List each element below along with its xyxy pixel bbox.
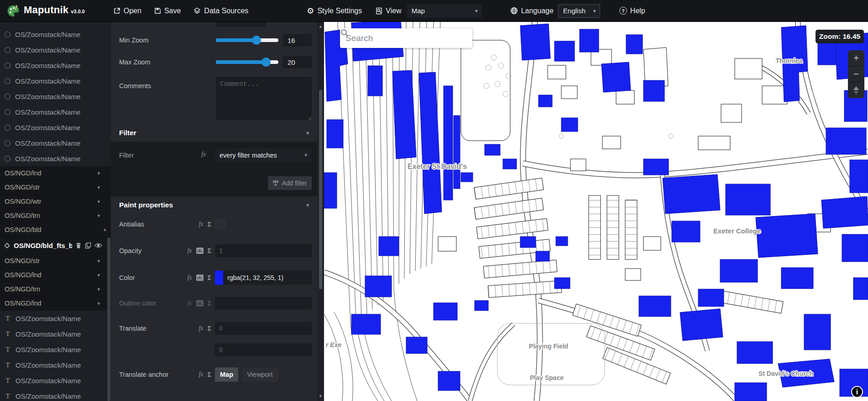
compass-button[interactable] <box>848 82 864 98</box>
layer-list-item[interactable]: OS/Zoomstack/Name <box>0 151 111 166</box>
layer-list-item-text[interactable]: T OS/Zoomstack/Name <box>0 357 111 373</box>
layer-list-item[interactable]: OS/Zoomstack/Name <box>0 58 111 73</box>
river <box>324 312 353 401</box>
data-expression-icon[interactable] <box>196 300 204 306</box>
help-button[interactable]: ? Help <box>619 7 645 15</box>
save-button[interactable]: Save <box>154 7 181 15</box>
search-input[interactable] <box>345 33 467 43</box>
chevron-down-icon: ▾ <box>306 202 309 208</box>
color-value: rgba(21, 32, 255, 1) <box>223 274 283 281</box>
zoom-in-button[interactable]: + <box>848 50 864 66</box>
min-zoom-slider[interactable] <box>216 36 278 45</box>
style-settings-button[interactable]: ⚙ Style Settings <box>307 6 362 16</box>
layer-list-item-text[interactable]: T OS/Zoomstack/Name <box>0 342 111 357</box>
translate-row: Translate fx Σ <box>111 322 312 335</box>
scroll-down-arrow[interactable]: ▼ <box>317 393 324 400</box>
add-filter-button[interactable]: Add filter <box>268 176 312 190</box>
layer-list-item[interactable]: OS/Zoomstack/Name <box>0 104 111 120</box>
playing-field-label: Playing Field <box>529 343 568 350</box>
layer-list-item[interactable]: OS/Zoomstack/Name <box>0 42 111 58</box>
anchor-viewport-button[interactable]: Viewport <box>242 367 277 381</box>
color-field[interactable]: rgba(21, 32, 255, 1) <box>215 270 312 285</box>
function-icon[interactable]: fx <box>199 325 203 332</box>
layer-group-header[interactable]: OS/NGD/lnd ▾ <box>0 296 111 311</box>
layer-group-header[interactable]: OS/NGD/bld ▾ <box>0 223 111 237</box>
layer-group-header[interactable]: OS/NGD/lnd ▾ <box>0 166 111 180</box>
map-info-button[interactable]: i <box>851 386 863 398</box>
max-zoom-slider[interactable] <box>216 58 278 67</box>
language-button[interactable]: Language <box>510 7 554 15</box>
zoom-out-button[interactable]: − <box>848 66 864 82</box>
comments-textarea[interactable] <box>216 77 312 120</box>
layer-list-item-text[interactable]: T OS/Zoomstack/Name <box>0 388 111 401</box>
duplicate-layer-icon[interactable] <box>85 242 91 249</box>
zoom-function-icon[interactable]: Σ <box>208 221 211 228</box>
antialias-checkbox[interactable] <box>215 219 226 230</box>
layer-group-header[interactable]: OS/NGD/trn ▾ <box>0 209 111 223</box>
layer-list-item[interactable]: OS/Zoomstack/Name <box>0 120 111 135</box>
delete-layer-icon[interactable] <box>75 242 82 249</box>
compass-north-icon <box>853 86 859 90</box>
app-version: v3.0.0 <box>71 9 85 14</box>
view-mode-select[interactable]: Map <box>407 4 482 18</box>
layer-list-item-text[interactable]: T OS/Zoomstack/Name <box>0 373 111 388</box>
layer-group-header[interactable]: OS/NGD/str ▾ <box>0 180 111 195</box>
outline-color-input[interactable] <box>215 297 312 310</box>
sidebar-scrollbar-thumb[interactable] <box>107 237 110 401</box>
function-icon[interactable]: fx <box>187 274 192 281</box>
open-button[interactable]: Open <box>113 7 141 15</box>
data-sources-button[interactable]: Data Sources <box>193 7 248 15</box>
function-icon[interactable]: fx <box>199 221 203 228</box>
layer-list-item[interactable]: OS/Zoomstack/Name <box>0 135 111 151</box>
view-button[interactable]: View <box>376 7 401 15</box>
translate-x-input[interactable] <box>215 322 312 335</box>
layer-list-item-text[interactable]: T OS/Zoomstack/Name <box>0 326 111 342</box>
max-zoom-label: Max Zoom <box>119 58 151 66</box>
translate-y-input[interactable] <box>215 343 312 356</box>
gear-icon: ⚙ <box>307 6 314 16</box>
layer-group-header[interactable]: OS/NGD/wtr ▾ <box>0 195 111 209</box>
layer-list-item[interactable]: OS/Zoomstack/Name <box>0 22 111 26</box>
outline-color-label: Outline color <box>119 300 156 307</box>
zoom-function-icon[interactable]: Σ <box>208 325 211 332</box>
zoom-function-icon[interactable]: Σ <box>208 300 211 307</box>
function-icon[interactable]: fx <box>187 247 192 254</box>
color-swatch[interactable] <box>215 270 223 285</box>
function-icon[interactable]: fx <box>201 151 206 158</box>
max-zoom-input[interactable] <box>283 56 312 69</box>
layer-group-header[interactable]: OS/NGD/lnd ▾ <box>0 268 111 282</box>
slider-knob[interactable] <box>261 58 271 67</box>
slider-knob[interactable] <box>252 36 261 45</box>
visibility-eye-icon[interactable] <box>94 243 102 248</box>
filter-combiner-select[interactable]: every filter matches ▾ <box>215 148 312 162</box>
zoom-function-icon[interactable]: Σ <box>208 247 211 254</box>
map-search-box[interactable] <box>340 28 472 48</box>
map-canvas[interactable]: Exeter St David's Thornlea Exeter Colleg… <box>324 22 868 401</box>
function-icon[interactable]: fx <box>187 300 192 307</box>
layer-group-header[interactable]: OS/NGD/trn ▾ <box>0 282 111 296</box>
translate-anchor-label: Translate anchor <box>119 371 168 378</box>
editor-scrollbar[interactable]: ▲ ▼ <box>317 22 324 401</box>
sidebar-scrollbar[interactable] <box>107 22 110 401</box>
anchor-map-button[interactable]: Map <box>215 367 238 381</box>
layer-list-item[interactable]: OS/Zoomstack/Name <box>0 89 111 104</box>
filter-section-header[interactable]: Filter ▾ <box>111 124 317 142</box>
data-expression-icon[interactable] <box>196 274 204 281</box>
zoom-function-icon[interactable]: Σ <box>208 371 211 378</box>
selected-layer-row[interactable]: OS/NGD/bld_fts_builc <box>0 237 111 254</box>
opacity-input[interactable] <box>215 244 312 257</box>
editor-scrollbar-thumb[interactable] <box>319 90 322 289</box>
data-expression-icon[interactable] <box>196 248 204 254</box>
layer-list-item[interactable]: OS/Zoomstack/Name <box>0 26 111 42</box>
language-select[interactable]: English <box>558 4 600 18</box>
paint-section-header[interactable]: Paint properties ▾ <box>111 196 317 214</box>
view-mode-select-wrap: Map ▾ <box>407 4 482 18</box>
layer-list-item-text[interactable]: T OS/Zoomstack/Name <box>0 311 111 326</box>
layer-list-item[interactable]: OS/Zoomstack/Name <box>0 73 111 89</box>
layer-group-header[interactable]: OS/NGD/str ▾ <box>0 254 111 268</box>
min-zoom-input[interactable] <box>283 34 312 47</box>
circle-layer-icon <box>5 32 10 37</box>
scroll-up-arrow[interactable]: ▲ <box>317 23 324 30</box>
function-icon[interactable]: fx <box>199 371 203 378</box>
zoom-function-icon[interactable]: Σ <box>208 274 211 281</box>
